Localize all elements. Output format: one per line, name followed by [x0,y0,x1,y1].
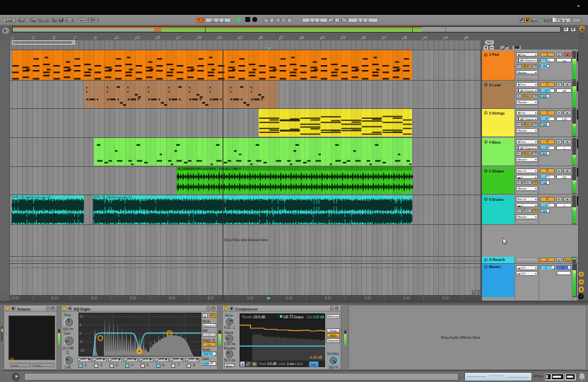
svg-text:A: A [242,362,244,366]
svg-text:Out 3.00 dB: Out 3.00 dB [307,315,324,318]
svg-text:100: 100 [110,352,115,356]
svg-text:-6: -6 [79,340,82,344]
svg-text:1k: 1k [146,352,151,356]
svg-text:10k: 10k [182,352,187,356]
svg-text:Output: Output [294,315,305,318]
svg-text:-12: -12 [79,349,84,352]
svg-text:12: 12 [79,315,83,318]
svg-text:Knee 3.0 dB Look. 1 ms ▾ Env.: Knee 3.0 dB Look. 1 ms ▾ Env. [259,362,304,366]
svg-text:Log: Log [311,362,317,366]
svg-text:-4.16 dB: -4.16 dB [309,355,323,359]
svg-text:Thresh -20.5 dB: Thresh -20.5 dB [242,315,265,318]
svg-text:GR: GR [283,315,289,318]
